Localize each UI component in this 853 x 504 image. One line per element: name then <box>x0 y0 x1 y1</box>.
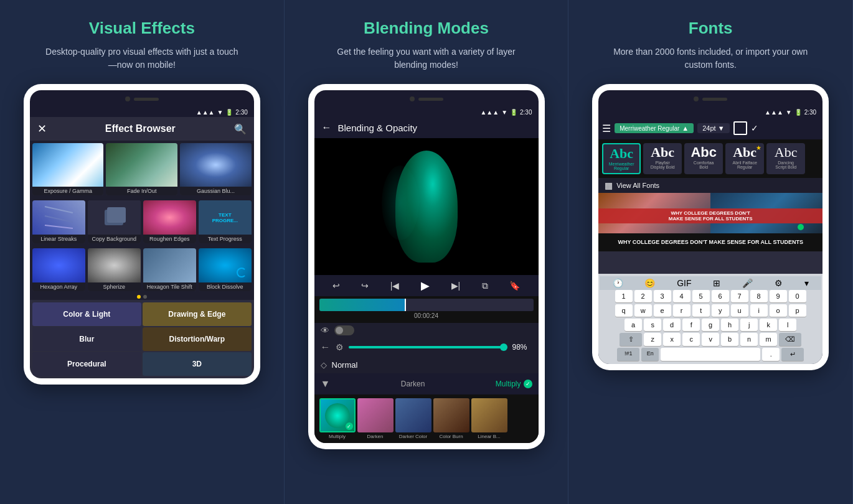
key-1[interactable]: 1 <box>615 290 633 302</box>
key-s[interactable]: s <box>644 319 661 331</box>
opacity-track[interactable] <box>349 346 507 348</box>
key-shift[interactable]: ⇧ <box>620 333 642 346</box>
blend-darker-color[interactable]: Darker Color <box>395 398 431 439</box>
key-l[interactable]: l <box>779 319 796 331</box>
key-m[interactable]: m <box>760 333 777 346</box>
key-space[interactable] <box>661 348 760 361</box>
key-h[interactable]: h <box>721 319 738 331</box>
settings-kb-icon[interactable]: ⚙ <box>775 278 783 288</box>
key-w[interactable]: w <box>634 304 652 317</box>
category-procedural[interactable]: Procedural <box>32 352 141 376</box>
key-v[interactable]: v <box>702 333 719 346</box>
eye-toggle[interactable] <box>334 325 354 335</box>
key-j[interactable]: j <box>740 319 758 331</box>
key-backspace[interactable]: ⌫ <box>779 333 801 346</box>
key-8[interactable]: 8 <box>750 290 768 302</box>
key-lang[interactable]: En <box>641 348 659 361</box>
category-distortion[interactable]: Distortion/Warp <box>143 327 252 351</box>
effect-item-roughen[interactable]: Roughen Edges <box>143 200 196 243</box>
effect-item-text[interactable]: TEXTPROGRE... Text Progress <box>199 200 252 243</box>
key-4[interactable]: 4 <box>673 290 690 302</box>
expand-kb-icon[interactable]: ▾ <box>804 278 809 288</box>
key-t[interactable]: t <box>692 304 710 317</box>
effect-item-copy[interactable]: Copy Background <box>88 200 141 243</box>
key-period[interactable]: . <box>762 348 780 361</box>
expand-icon[interactable]: ▼ <box>321 378 331 390</box>
key-g[interactable]: g <box>702 319 719 331</box>
undo-icon[interactable]: ↩ <box>332 281 340 291</box>
effect-item-linear[interactable]: Linear Streaks <box>32 200 85 243</box>
key-7[interactable]: 7 <box>731 290 748 302</box>
key-b[interactable]: b <box>721 333 738 346</box>
key-u[interactable]: u <box>731 304 748 317</box>
font-card-dancing[interactable]: Abc DancingScript Bold <box>766 143 805 174</box>
view-all-fonts-btn[interactable]: ▦ View All Fonts <box>598 178 822 193</box>
key-a[interactable]: a <box>624 319 642 331</box>
key-2[interactable]: 2 <box>634 290 652 302</box>
font-card-abril[interactable]: ★ Abc Abril FatfaceRegular <box>725 143 764 174</box>
key-o[interactable]: o <box>770 304 787 317</box>
back-icon-2[interactable]: ← <box>321 342 331 353</box>
key-5[interactable]: 5 <box>692 290 710 302</box>
menu-icon[interactable]: ☰ <box>602 123 611 134</box>
category-color-light[interactable]: Color & Light <box>32 302 141 326</box>
category-3d[interactable]: 3D <box>143 352 252 376</box>
settings-icon[interactable]: ⚙ <box>336 342 344 352</box>
blend-color-burn[interactable]: Color Burn <box>433 398 469 439</box>
font-card-playfair[interactable]: Abc PlayfairDisplay Bold <box>643 143 682 174</box>
skip-back-icon[interactable]: |◀ <box>390 281 400 291</box>
font-card-merriweather[interactable]: Abc MerriweatherRegular <box>602 143 641 174</box>
font-card-comfortaa[interactable]: Abc ComfortaaBold <box>684 143 723 174</box>
category-blur[interactable]: Blur <box>32 327 141 351</box>
key-6[interactable]: 6 <box>712 290 729 302</box>
blend-linear-b[interactable]: Linear B... <box>471 398 507 439</box>
effect-item-exposure[interactable]: Exposure / Gamma <box>32 143 104 195</box>
key-y[interactable]: y <box>712 304 729 317</box>
mic-icon[interactable]: 🎤 <box>742 278 753 288</box>
effect-item-spherize[interactable]: Spherize <box>88 248 141 291</box>
font-name-selector[interactable]: Merriweather Regular ▲ <box>615 123 694 133</box>
confirm-icon[interactable]: ✓ <box>751 123 758 133</box>
key-n[interactable]: n <box>740 333 758 346</box>
key-p[interactable]: p <box>789 304 806 317</box>
timeline-track[interactable] <box>319 299 534 311</box>
font-size-selector[interactable]: 24pt ▼ <box>697 123 729 133</box>
clock-icon[interactable]: 🕐 <box>613 278 623 288</box>
key-enter[interactable]: ↵ <box>781 348 804 361</box>
key-3[interactable]: 3 <box>654 290 671 302</box>
key-0[interactable]: 0 <box>789 290 806 302</box>
skip-forward-icon[interactable]: ▶| <box>451 281 461 291</box>
effect-item-hexshift[interactable]: Hexagon Tile Shift <box>143 248 196 291</box>
key-c[interactable]: c <box>682 333 700 346</box>
key-9[interactable]: 9 <box>770 290 787 302</box>
effect-item-gaussian[interactable]: Gaussian Blu... <box>180 143 252 195</box>
key-f[interactable]: f <box>682 319 700 331</box>
key-number-switch[interactable]: !#1 <box>617 348 639 361</box>
bookmark-icon[interactable]: 🔖 <box>509 281 520 291</box>
blend-darken[interactable]: Darken <box>357 398 394 439</box>
eye-icon[interactable]: 👁 <box>321 325 329 335</box>
back-icon[interactable]: ← <box>322 122 332 133</box>
sticker-icon[interactable]: ⊞ <box>713 278 720 288</box>
effect-item-block[interactable]: Block Dissolve <box>199 248 252 291</box>
category-drawing-edge[interactable]: Drawing & Edge <box>143 302 252 326</box>
key-q[interactable]: q <box>615 304 633 317</box>
close-icon[interactable]: ✕ <box>37 122 47 136</box>
duplicate-icon[interactable]: ⧉ <box>482 281 488 291</box>
search-icon[interactable]: 🔍 <box>234 123 247 135</box>
effect-item-fade[interactable]: Fade In/Out <box>106 143 177 195</box>
blend-multiply[interactable]: ✓ Multiply <box>319 398 356 439</box>
key-r[interactable]: r <box>673 304 690 317</box>
key-d[interactable]: d <box>663 319 681 331</box>
color-swatch[interactable] <box>733 121 747 135</box>
effect-item-hexarray[interactable]: Hexagon Array <box>32 248 85 291</box>
play-icon[interactable]: ▶ <box>421 279 430 292</box>
key-x[interactable]: x <box>663 333 681 346</box>
emoji-icon[interactable]: 😊 <box>644 278 655 288</box>
key-z[interactable]: z <box>644 333 661 346</box>
key-e[interactable]: e <box>654 304 671 317</box>
key-k[interactable]: k <box>760 319 777 331</box>
gif-icon[interactable]: GIF <box>677 278 691 288</box>
key-i[interactable]: i <box>750 304 768 317</box>
redo-icon[interactable]: ↪ <box>361 281 369 291</box>
